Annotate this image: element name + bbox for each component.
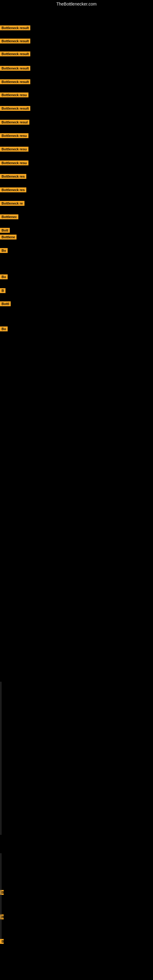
bottleneck-badge-22: Bo: [0, 326, 8, 331]
bottleneck-result-12: Bottleneck res: [0, 174, 26, 180]
bottleneck-badge-13: Bottleneck res: [0, 188, 26, 192]
bottleneck-result-3: Bottleneck result: [0, 51, 30, 57]
vertical-line-1: [1, 682, 1, 835]
bottleneck-badge-19: Bo: [0, 274, 8, 279]
bottleneck-result-10: Bottleneck resu: [0, 147, 29, 153]
bottleneck-result-19: Bo: [0, 274, 8, 280]
bottleneck-badge-9: Bottleneck resu: [0, 133, 29, 138]
bottleneck-badge-5: Bottleneck result: [0, 79, 30, 84]
bottleneck-badge-2: Bottleneck result: [0, 38, 30, 43]
bottleneck-badge-11: Bottleneck resu: [0, 161, 29, 165]
bottleneck-result-21: Bottl: [0, 301, 11, 307]
bottleneck-result-22: Bo: [0, 326, 8, 332]
bottleneck-result-4: Bottleneck result: [0, 66, 30, 72]
bottleneck-result-15: Bottlenec: [0, 215, 18, 221]
bottleneck-badge-25: B: [0, 939, 4, 944]
bottleneck-result-5: Bottleneck result: [0, 79, 30, 86]
bottleneck-badge-12: Bottleneck res: [0, 174, 26, 179]
bottleneck-badge-8: Bottleneck resul: [0, 120, 29, 125]
bottleneck-result-20: B: [0, 288, 5, 294]
bottleneck-badge-14: Bottleneck re: [0, 201, 24, 206]
bottleneck-result-17: Bottlene: [0, 235, 16, 241]
bottleneck-badge-1: Bottleneck result: [0, 25, 30, 30]
bottleneck-badge-15: Bottlenec: [0, 215, 18, 219]
bottleneck-result-13: Bottleneck res: [0, 188, 26, 194]
bottleneck-result-6: Bottleneck resu: [0, 92, 29, 99]
bottleneck-badge-7: Bottleneck result: [0, 106, 30, 111]
bottleneck-result-16: Bott: [0, 228, 10, 234]
bottleneck-badge-21: Bottl: [0, 301, 11, 306]
bottleneck-badge-18: Bo: [0, 248, 8, 253]
bottleneck-badge-10: Bottleneck resu: [0, 147, 29, 151]
vertical-line-2: [1, 853, 1, 939]
bottleneck-badge-4: Bottleneck result: [0, 66, 30, 71]
bottleneck-result-2: Bottleneck result: [0, 38, 30, 45]
bottleneck-badge-16: Bott: [0, 228, 10, 233]
bottleneck-result-11: Bottleneck resu: [0, 161, 29, 167]
bottleneck-result-1: Bottleneck result: [0, 25, 30, 32]
bottleneck-result-8: Bottleneck resul: [0, 120, 29, 126]
bottleneck-badge-20: B: [0, 288, 5, 293]
bottleneck-result-9: Bottleneck resu: [0, 133, 29, 139]
bottleneck-badge-3: Bottleneck result: [0, 51, 30, 56]
site-title: TheBottlenecker.com: [0, 0, 153, 8]
bottleneck-badge-17: Bottlene: [0, 235, 16, 240]
bottleneck-badge-6: Bottleneck resu: [0, 92, 29, 97]
bottleneck-result-14: Bottleneck re: [0, 201, 24, 207]
bottleneck-result-18: Bo: [0, 248, 8, 254]
bottleneck-result-7: Bottleneck result: [0, 106, 30, 112]
bottleneck-result-25: B: [0, 939, 4, 945]
